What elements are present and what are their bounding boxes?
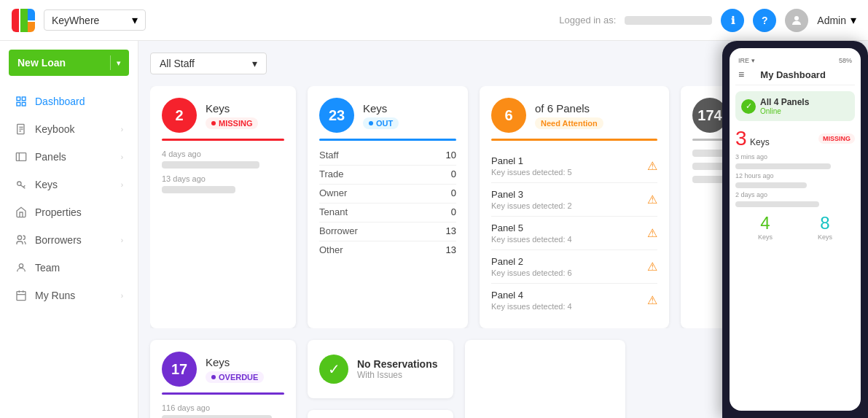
out-borrower-label: Borrower (319, 225, 358, 236)
svg-rect-2 (28, 9, 35, 20)
panels-badge: 6 (491, 98, 526, 133)
sidebar-borrowers-label: Borrowers (35, 234, 114, 246)
panel-5-alert: ⚠ (647, 226, 657, 240)
panels-info: of 6 Panels Need Attention (535, 102, 603, 129)
app-name: KeyWhere (52, 15, 126, 26)
mobile-num-2-value: 8 (818, 213, 832, 233)
mobile-keys-label: Keys (750, 137, 770, 147)
missing-keys-card: 2 Keys MISSING 4 days ago 13 days ago (150, 86, 296, 328)
overdue-header: 17 Keys OVERDUE (162, 352, 284, 387)
app-selector[interactable]: KeyWhere ▾ (44, 9, 146, 31)
team-icon (15, 261, 28, 274)
mobile-card: IRE ▾ 58% ≡ My Dashboard ✓ All 4 Panels … (730, 48, 861, 411)
missing-days-2: 13 days ago (162, 174, 284, 183)
mobile-time-1: 3 mins ago (735, 153, 855, 160)
mobile-keys-section: 3 Keys MISSING 3 mins ago 12 hours ago 2… (735, 127, 855, 207)
staff-select[interactable]: All Staff ▾ (150, 53, 267, 74)
mobile-num-2-label: Keys (818, 233, 832, 241)
svg-rect-13 (16, 153, 26, 161)
panel-5-sub: Key issues detected: 4 (491, 235, 572, 244)
panel-1-sub: Key issues detected: 5 (491, 168, 572, 177)
no-reservations-sub: With Issues (357, 370, 437, 380)
mobile-menu-icon[interactable]: ≡ (738, 69, 744, 80)
mobile-sk-2 (735, 182, 807, 188)
mobile-missing-badge: MISSING (818, 133, 855, 144)
out-keys-header: 23 Keys OUT (319, 98, 456, 133)
sidebar-item-keybook[interactable]: Keybook › (3, 115, 135, 143)
panel-row-4: Panel 4 Key issues detected: 4 ⚠ (491, 284, 657, 317)
sidebar: New Loan ▾ Dashboard Keybook › Panels › … (0, 41, 138, 418)
panel-row-2: Panel 2 Key issues detected: 6 ⚠ (491, 250, 657, 284)
panel-4-sub: Key issues detected: 4 (491, 302, 572, 311)
keybook-icon (15, 123, 28, 136)
svg-rect-3 (28, 22, 35, 32)
mobile-panels-section: ✓ All 4 Panels Online (735, 91, 855, 121)
out-keys-status: OUT (363, 117, 399, 129)
info-icon-btn[interactable]: ℹ (721, 9, 744, 32)
sidebar-keybook-label: Keybook (35, 123, 114, 135)
mobile-status-bar: IRE ▾ 58% (735, 54, 855, 64)
sidebar-item-my-runs[interactable]: My Runs › (3, 282, 135, 309)
panel-row-1: Panel 1 Key issues detected: 5 ⚠ (491, 150, 657, 183)
mobile-panels-count: All 4 Panels (760, 97, 809, 107)
sidebar-item-properties[interactable]: Properties (3, 198, 135, 226)
staff-select-label: All Staff (160, 58, 195, 69)
out-other-row: Other 13 (319, 244, 456, 255)
panel-4-alert: ⚠ (647, 293, 657, 307)
panels-of-label: of 6 Panels (535, 102, 603, 115)
svg-point-4 (794, 16, 799, 20)
out-trade-row: Trade 0 (319, 169, 456, 179)
panels-divider (491, 139, 657, 141)
out-keys-info: Keys OUT (363, 102, 399, 129)
sidebar-item-dashboard[interactable]: Dashboard (3, 88, 135, 115)
svg-rect-1 (20, 9, 28, 32)
out-owner-value: 0 (451, 187, 456, 198)
mobile-num-2: 8 Keys (818, 213, 832, 241)
mobile-overlay: IRE ▾ 58% ≡ My Dashboard ✓ All 4 Panels … (722, 41, 868, 418)
no-reservations-text: No Reservations With Issues (357, 358, 437, 380)
help-icon-btn[interactable]: ? (753, 9, 776, 32)
overdue-sk-1 (162, 415, 272, 418)
check-card: ✓ (308, 410, 453, 418)
sidebar-item-keys[interactable]: Keys › (3, 171, 135, 198)
out-keys-label: Keys (363, 102, 399, 115)
mobile-keys-count: 3 (735, 127, 747, 150)
my-runs-icon (15, 289, 28, 302)
panel-2-alert: ⚠ (647, 260, 657, 274)
out-borrower-row: Borrower 13 (319, 225, 456, 236)
out-trade-value: 0 (451, 169, 456, 179)
new-loan-button[interactable]: New Loan ▾ (9, 50, 129, 76)
out-borrower-value: 13 (446, 225, 456, 236)
mobile-num-1-label: Keys (758, 233, 773, 241)
user-menu[interactable]: Admin ▾ (817, 13, 856, 27)
mobile-sk-1 (735, 163, 831, 169)
panels-card: 6 of 6 Panels Need Attention Panel 1 Key… (480, 86, 669, 328)
my-runs-chevron: › (121, 292, 123, 300)
staff-select-chevron: ▾ (252, 58, 257, 69)
out-keys-badge: 23 (319, 98, 354, 133)
mobile-bottom-nums: 4 Keys 8 Keys (735, 213, 855, 241)
keys-icon (15, 178, 28, 191)
mobile-sk-3 (735, 201, 819, 207)
mobile-check-green: ✓ (741, 99, 756, 114)
no-reservations-card: ✓ No Reservations With Issues (308, 340, 453, 398)
panel-3-alert: ⚠ (647, 193, 657, 206)
sidebar-item-panels[interactable]: Panels › (3, 143, 135, 171)
top-nav: KeyWhere ▾ Logged in as: ℹ ? Admin ▾ (0, 0, 868, 41)
no-reservations-check: ✓ (319, 355, 348, 384)
sidebar-item-team[interactable]: Team (3, 254, 135, 282)
missing-keys-header: 2 Keys MISSING (162, 98, 284, 133)
missing-keys-badge: 2 (162, 98, 197, 133)
panels-chevron: › (121, 153, 123, 161)
svg-point-19 (19, 264, 23, 268)
mobile-keys-count-wrapper: 3 Keys (735, 127, 770, 150)
panel-4-name: Panel 4 (491, 290, 572, 301)
mobile-num-1-value: 4 (758, 213, 773, 233)
no-reservations-label: No Reservations (357, 358, 437, 370)
dashboard-icon (15, 95, 28, 108)
sidebar-item-borrowers[interactable]: Borrowers › (3, 226, 135, 254)
app-logo (12, 9, 35, 32)
out-staff-row: Staff 10 (319, 150, 456, 160)
new-loan-label: New Loan (17, 57, 66, 69)
missing-keys-divider (162, 139, 284, 141)
